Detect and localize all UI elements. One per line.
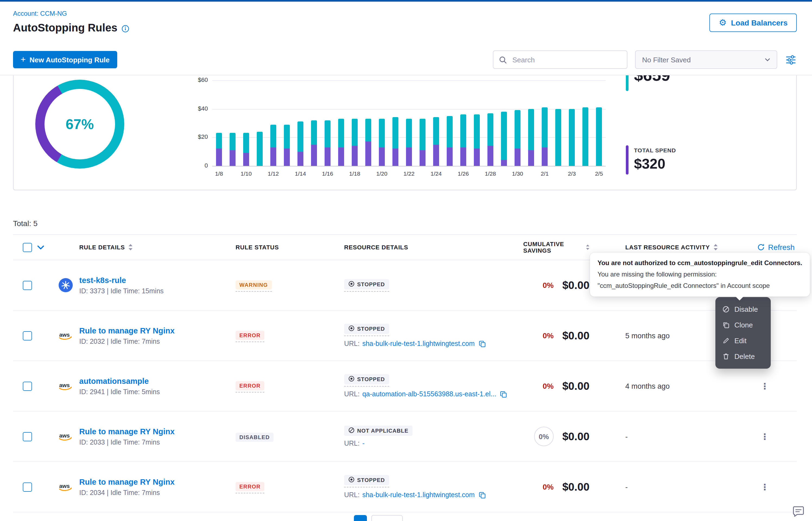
page-title: AutoStopping Rules <box>13 22 117 34</box>
permission-tooltip: You are not authorized to ccm_autostoppi… <box>590 253 810 297</box>
aws-icon: aws <box>59 482 73 492</box>
saved-filter-value: No Filter Saved <box>642 55 691 64</box>
bar-1/16 <box>321 80 334 166</box>
pagination-next-button[interactable] <box>371 515 403 521</box>
search-input[interactable] <box>511 55 621 64</box>
edit-icon <box>723 337 729 344</box>
x-axis-label <box>443 170 456 177</box>
table-row[interactable]: aws Rule to manage RY Nginx ID: 2033 | I… <box>13 411 797 462</box>
rule-name-link[interactable]: automationsample <box>79 377 149 385</box>
help-chat-button[interactable] <box>791 505 806 519</box>
rule-name-link[interactable]: test-k8s-rule <box>79 276 126 285</box>
x-axis-label <box>307 170 321 177</box>
table-row[interactable]: aws automationsample ID: 2941 | Idle Tim… <box>13 361 797 411</box>
aws-icon: aws <box>59 432 73 441</box>
x-axis-label: 1/12 <box>266 170 280 177</box>
rule-status-badge: ERROR <box>236 381 264 390</box>
row-checkbox[interactable] <box>23 280 32 290</box>
bar-2/2 <box>552 80 565 166</box>
table-row[interactable]: aws Rule to manage RY Nginx ID: 2034 | I… <box>13 462 797 512</box>
bar-1/17 <box>334 80 348 166</box>
last-resource-activity: - <box>599 483 733 491</box>
x-axis-label: 1/8 <box>212 170 226 177</box>
savings-percent: 0% <box>534 427 554 446</box>
resource-url-link[interactable]: sha-bulk-rule-test-1.lightwingtest.com <box>362 340 475 347</box>
bar-1/9 <box>226 80 239 166</box>
new-autostopping-rule-button[interactable]: + New AutoStopping Rule <box>13 51 117 68</box>
rule-name-link[interactable]: Rule to manage RY Nginx <box>79 478 174 486</box>
copy-icon[interactable] <box>478 340 486 347</box>
savings-amount: $0.00 <box>562 279 590 291</box>
copy-icon[interactable] <box>500 391 507 398</box>
resource-state-icon <box>348 280 355 288</box>
bar-1/10 <box>239 80 253 166</box>
row-checkbox[interactable] <box>23 381 32 391</box>
info-icon[interactable] <box>122 25 129 32</box>
row-checkbox[interactable] <box>23 482 32 492</box>
row-checkbox[interactable] <box>23 432 32 441</box>
bar-1/20 <box>375 80 389 166</box>
resource-url-link[interactable]: qa-automation-alb-515563988.us-east-1.el… <box>362 390 496 398</box>
column-header-rule-status: RULE STATUS <box>236 244 344 250</box>
x-axis-label: 1/18 <box>348 170 362 177</box>
donut-percent-label: 67% <box>66 116 94 133</box>
search-icon <box>499 55 507 64</box>
filter-panel-button[interactable] <box>785 54 797 65</box>
chevron-down-icon[interactable] <box>38 245 44 249</box>
total-spend-value: $320 <box>634 156 676 173</box>
bar-1/23 <box>416 80 429 166</box>
refresh-button[interactable]: Refresh <box>757 243 797 252</box>
bar-1/13 <box>280 80 294 166</box>
table-body: test-k8s-rule ID: 3373 | Idle Time: 15mi… <box>13 260 797 512</box>
bar-1/8 <box>212 80 226 166</box>
menu-item-edit[interactable]: Edit <box>715 333 771 348</box>
bar-1/19 <box>362 80 375 166</box>
pagination-current-page[interactable] <box>354 515 367 521</box>
spend-accent-bar <box>626 145 628 175</box>
rule-id-idle-time: ID: 2034 | Idle Time: 7mins <box>79 489 174 497</box>
resource-url-link[interactable]: - <box>362 440 364 447</box>
saved-filter-dropdown[interactable]: No Filter Saved <box>635 50 777 69</box>
x-axis-label: 1/28 <box>484 170 497 177</box>
x-axis-label <box>280 170 294 177</box>
svg-text:aws: aws <box>59 432 70 438</box>
savings-amount: $0.00 <box>562 330 590 342</box>
row-menu-button[interactable]: ⋮ <box>756 379 773 393</box>
row-menu-button[interactable]: ⋮ <box>756 479 773 494</box>
x-axis-label: 1/22 <box>402 170 416 177</box>
resource-url-line: URL: - <box>344 440 523 447</box>
column-header-last-resource-activity[interactable]: LAST RESOURCE ACTIVITY <box>599 244 733 250</box>
x-axis-label <box>497 170 511 177</box>
resource-url-line: URL: sha-bulk-rule-test-1.lightwingtest.… <box>344 491 523 499</box>
rule-name-link[interactable]: Rule to manage RY Nginx <box>79 326 174 335</box>
load-balancers-button[interactable]: ⚙ Load Balancers <box>710 14 797 32</box>
menu-item-disable[interactable]: Disable <box>715 301 771 317</box>
bar-chart-plot: $60$40$200 <box>212 80 606 166</box>
rule-name-link[interactable]: Rule to manage RY Nginx <box>79 427 174 436</box>
row-checkbox[interactable] <box>23 331 32 340</box>
x-axis-label: 1/16 <box>321 170 334 177</box>
rule-id-idle-time: ID: 3373 | Idle Time: 15mins <box>79 287 164 295</box>
resource-url-link[interactable]: sha-bulk-rule-test-1.lightwingtest.com <box>362 491 475 499</box>
row-menu-button[interactable]: ⋮ <box>756 429 773 444</box>
x-axis-label: 1/14 <box>294 170 307 177</box>
disable-icon <box>723 306 729 313</box>
tooltip-line-1: You are not authorized to ccm_autostoppi… <box>598 257 802 269</box>
resource-state-badge: STOPPED <box>344 279 389 289</box>
bar-2/5 <box>592 80 606 166</box>
account-breadcrumb[interactable]: Account: CCM-NG <box>13 10 67 17</box>
sort-icon <box>713 244 718 250</box>
resource-url-line: URL: qa-automation-alb-515563988.us-east… <box>344 390 523 398</box>
copy-icon[interactable] <box>478 492 486 498</box>
x-axis-label <box>416 170 429 177</box>
table-row[interactable]: aws Rule to manage RY Nginx ID: 2032 | I… <box>13 311 797 361</box>
select-all-checkbox[interactable] <box>23 243 32 252</box>
menu-item-delete[interactable]: Delete <box>715 348 771 364</box>
y-axis-label: $60 <box>189 76 208 83</box>
column-header-rule-details[interactable]: RULE DETAILS <box>57 244 236 250</box>
column-header-cumulative-savings[interactable]: CUMULATIVE SAVINGS <box>523 241 599 254</box>
savings-amount: $0.00 <box>562 380 590 392</box>
bar-1/24 <box>429 80 443 166</box>
menu-item-clone[interactable]: Clone <box>715 317 771 333</box>
savings-percent: 0% <box>542 482 553 491</box>
